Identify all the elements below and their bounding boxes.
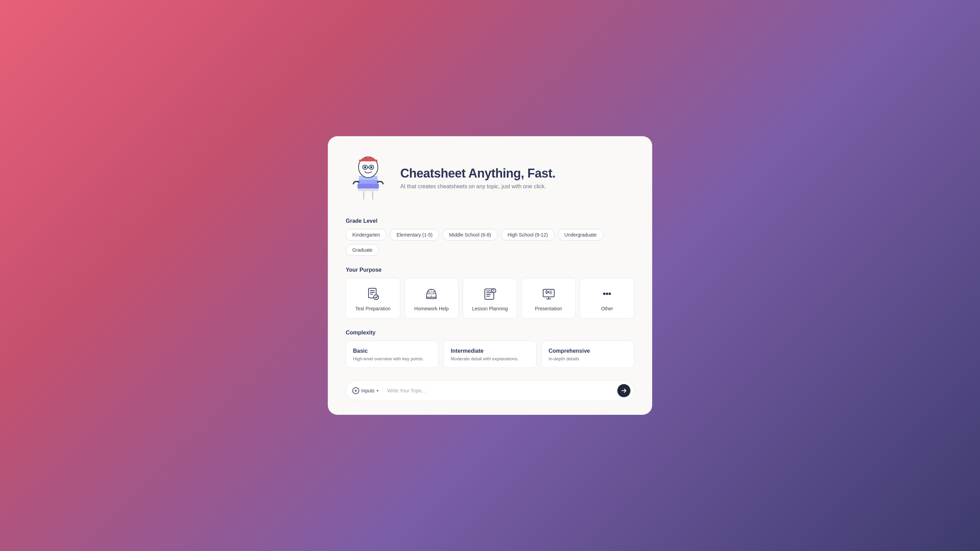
purpose-other[interactable]: Other: [580, 278, 634, 319]
topic-input[interactable]: [387, 388, 613, 394]
grade-middle-school[interactable]: Middle School (6-8): [442, 229, 497, 241]
homework-help-icon: [424, 287, 439, 301]
grade-undergraduate[interactable]: Undergraduate: [558, 229, 603, 241]
svg-rect-4: [358, 179, 378, 184]
complexity-grid: Basic High-level overview with key point…: [346, 341, 634, 368]
header: Cheatsheet Anything, Fast. AI that creat…: [346, 153, 634, 203]
header-text: Cheatsheet Anything, Fast. AI that creat…: [400, 166, 555, 190]
svg-rect-32: [543, 289, 554, 297]
svg-rect-3: [358, 184, 379, 189]
main-card: Cheatsheet Anything, Fast. AI that creat…: [328, 136, 652, 415]
purpose-grid: Test Preparation Homework Help: [346, 278, 634, 319]
page-title: Cheatsheet Anything, Fast.: [400, 166, 555, 181]
test-prep-icon: [366, 287, 380, 301]
purpose-homework-help[interactable]: Homework Help: [404, 278, 459, 319]
test-preparation-label: Test Preparation: [355, 306, 391, 311]
lesson-planning-icon: [483, 287, 497, 301]
complexity-intermediate-desc: Moderate detail with explanations.: [451, 356, 529, 361]
svg-point-40: [603, 293, 606, 295]
homework-help-label: Homework Help: [414, 306, 449, 311]
grade-kindergarten[interactable]: Kindergarten: [346, 229, 387, 241]
other-icon: [600, 287, 614, 301]
complexity-basic-desc: High-level overview with key points.: [353, 356, 431, 361]
svg-point-31: [493, 291, 494, 292]
send-icon: [621, 387, 627, 394]
svg-rect-2: [372, 191, 373, 200]
purpose-presentation[interactable]: Presentation: [522, 278, 576, 319]
svg-point-41: [606, 293, 608, 295]
chevron-down-icon: ▾: [377, 388, 379, 393]
svg-rect-0: [358, 189, 379, 191]
presentation-label: Presentation: [535, 306, 562, 311]
grade-level-label: Grade Level: [346, 218, 634, 224]
svg-rect-8: [359, 160, 377, 161]
purpose-test-preparation[interactable]: Test Preparation: [346, 278, 400, 319]
svg-point-42: [609, 293, 611, 295]
bottom-bar: + Inputs ▾: [346, 380, 634, 401]
mascot-illustration: [346, 153, 391, 203]
lesson-planning-label: Lesson Planning: [472, 306, 508, 311]
complexity-comprehensive[interactable]: Comprehensive In-depth details: [541, 341, 634, 368]
inputs-plus-icon: +: [352, 387, 359, 394]
inputs-label: Inputs: [361, 388, 374, 394]
grade-pills-container: Kindergarten Elementary (1-5) Middle Sch…: [346, 229, 634, 256]
grade-high-school[interactable]: High School (9-12): [501, 229, 555, 241]
complexity-intermediate[interactable]: Intermediate Moderate detail with explan…: [444, 341, 536, 368]
inputs-button[interactable]: + Inputs ▾: [352, 387, 379, 394]
grade-graduate[interactable]: Graduate: [346, 244, 379, 256]
grade-level-section: Grade Level Kindergarten Elementary (1-5…: [346, 218, 634, 256]
complexity-basic-title: Basic: [353, 348, 431, 354]
svg-point-13: [370, 166, 372, 168]
other-label: Other: [601, 306, 613, 311]
svg-rect-23: [426, 297, 436, 299]
svg-point-18: [374, 295, 379, 300]
page-subtitle: AI that creates cheatsheets on any topic…: [400, 183, 555, 190]
vertical-divider: [383, 387, 383, 394]
grade-elementary[interactable]: Elementary (1-5): [390, 229, 439, 241]
complexity-label: Complexity: [346, 330, 634, 336]
send-button[interactable]: [617, 384, 630, 397]
complexity-basic[interactable]: Basic High-level overview with key point…: [346, 341, 439, 368]
complexity-comprehensive-desc: In-depth details: [549, 356, 627, 361]
complexity-comprehensive-title: Comprehensive: [549, 348, 627, 354]
complexity-intermediate-title: Intermediate: [451, 348, 529, 354]
complexity-section: Complexity Basic High-level overview wit…: [346, 330, 634, 368]
svg-point-12: [364, 166, 366, 168]
presentation-icon: [541, 287, 556, 301]
purpose-lesson-planning[interactable]: Lesson Planning: [463, 278, 517, 319]
purpose-section: Your Purpose Test Preparation: [346, 267, 634, 319]
purpose-label: Your Purpose: [346, 267, 634, 273]
svg-rect-1: [363, 191, 364, 200]
